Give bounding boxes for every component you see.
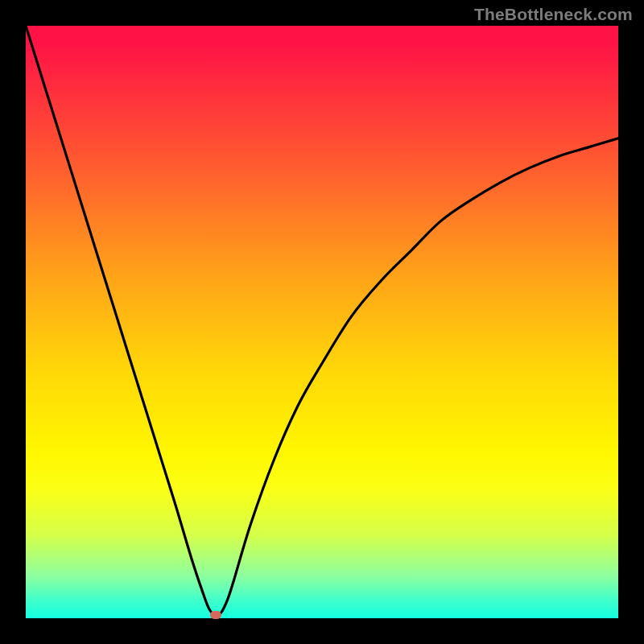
bottleneck-curve xyxy=(26,26,618,618)
plot-area xyxy=(26,26,618,618)
watermark-text: TheBottleneck.com xyxy=(474,5,633,24)
minimum-marker xyxy=(210,611,221,619)
chart-frame: TheBottleneck.com xyxy=(0,0,644,644)
